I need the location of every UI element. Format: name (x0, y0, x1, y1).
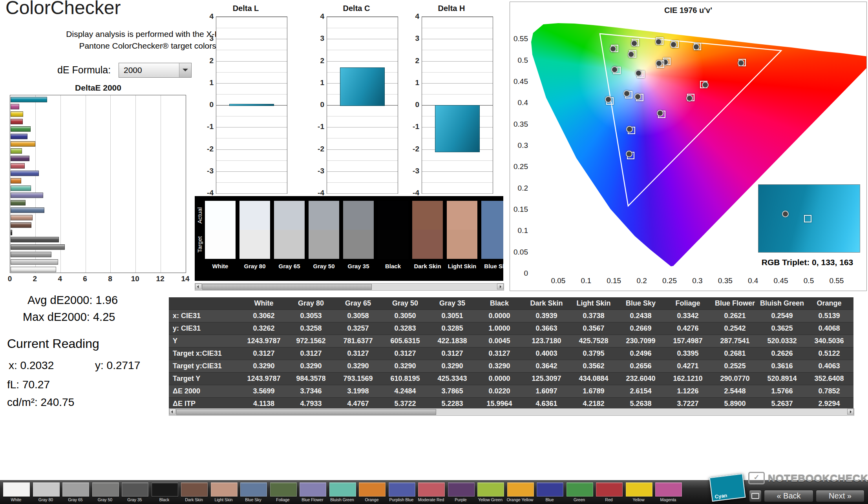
swatch-column-gray-50: Gray 50 (309, 201, 339, 269)
toolbar-patch-label: Orange (355, 497, 389, 502)
column-header: Black (476, 299, 523, 307)
table-cell: 5.2638 (617, 400, 664, 408)
toolbar-patch-white[interactable] (3, 482, 30, 497)
table-cell: 1.5766 (758, 387, 806, 395)
swatch-column-white: White (205, 201, 236, 269)
next-button[interactable]: Next » (816, 490, 864, 502)
axis-tick-label: 3 (408, 34, 419, 43)
table-cell: 3.7865 (429, 387, 476, 395)
column-header: Blue Flower (711, 299, 758, 307)
table-cell: 1.6097 (523, 387, 570, 395)
axis-tick-label: 0.25 (511, 162, 528, 171)
axis-tick-label: 3 (312, 34, 324, 43)
toolbar-patch-label: Dark Skin (177, 497, 211, 502)
grid-line (216, 39, 287, 39)
table-cell: 0.0000 (476, 312, 523, 320)
delta-e-bar-purplish-blue (11, 171, 39, 176)
toolbar-patch-magenta[interactable] (655, 482, 682, 497)
toolbar-patch-light-skin[interactable] (211, 482, 238, 497)
cie-zoom-inset (758, 184, 860, 253)
table-cell: 5.2637 (758, 400, 806, 408)
toolbar-patch-orange[interactable] (359, 482, 386, 497)
table-cell: 0.2669 (617, 324, 664, 333)
toolbar-patch-green[interactable] (566, 482, 593, 497)
table-cell: 2.5448 (711, 387, 758, 395)
swatch-scrollbar-thumb[interactable] (202, 284, 372, 290)
toolbar-patch-orange-yellow[interactable] (507, 482, 534, 497)
toolbar-patch-gray-65[interactable] (62, 482, 89, 497)
toolbar-patch-yellow[interactable] (626, 482, 652, 497)
table-cell: 0.7852 (806, 387, 853, 395)
table-cell: 1243.9787 (240, 375, 287, 383)
avg-de2000-stat: Avg dE2000: 1.96 (27, 294, 118, 307)
toolbar-patch-purplish-blue[interactable] (389, 482, 415, 497)
grid-line (327, 50, 398, 50)
screenshot-button[interactable] (749, 490, 762, 502)
toolbar-patch-moderate-red[interactable] (418, 482, 445, 497)
toolbar-patch-cyan[interactable]: Cyan (709, 473, 746, 502)
delta-e-bar-gray-50 (11, 244, 65, 250)
toolbar-patch-blue-sky[interactable] (240, 482, 267, 497)
cie-measured-marker-magenta (686, 95, 693, 102)
toolbar-patch-foliage[interactable] (270, 482, 297, 497)
colorchecker-page: ColorChecker Display analysis is perform… (0, 0, 868, 504)
table-cell: 0.4003 (523, 349, 570, 358)
table-cell: 0.4068 (806, 324, 853, 333)
table-scrollbar-thumb[interactable] (176, 409, 436, 415)
swatch-actual (239, 201, 270, 230)
axis-tick-label: -3 (202, 167, 214, 175)
toolbar-patch-gray-50[interactable] (92, 482, 119, 497)
laptop-check-icon: ✓ (748, 472, 765, 484)
toolbar-patch-gray-80[interactable] (33, 482, 60, 497)
de-formula-dropdown[interactable]: 2000 (119, 63, 192, 78)
row-label: Y (169, 337, 240, 345)
axis-tick-label: -3 (312, 167, 324, 175)
toolbar-patch-yellow-green[interactable] (477, 482, 504, 497)
table-row: Y1243.9787972.1562781.6377605.6315422.18… (169, 335, 853, 348)
scroll-right-arrow-icon[interactable] (847, 409, 854, 415)
toolbar-patch-label: Purple (444, 497, 478, 502)
row-label: ΔE 2000 (169, 387, 240, 395)
toolbar-patch-black[interactable] (152, 482, 178, 497)
table-cell: 0.3567 (570, 324, 617, 333)
table-scrollbar[interactable] (169, 408, 854, 416)
toolbar-patch-red[interactable] (596, 482, 623, 497)
axis-tick-label: 4 (312, 12, 324, 21)
axis-tick-label: 0.2 (511, 184, 528, 193)
table-cell: 0.3625 (758, 324, 806, 333)
back-button[interactable]: « Back (764, 490, 813, 502)
table-header-row: WhiteGray 80Gray 65Gray 50Gray 35BlackDa… (169, 297, 853, 310)
toolbar-patch-dark-skin[interactable] (181, 482, 208, 497)
axis-tick-label: 2 (202, 56, 214, 65)
scroll-left-arrow-icon[interactable] (195, 284, 202, 289)
grid-line (216, 61, 287, 62)
results-table: WhiteGray 80Gray 65Gray 50Gray 35BlackDa… (169, 297, 853, 410)
table-cell: 1.1226 (664, 387, 711, 395)
scroll-right-arrow-icon[interactable] (497, 284, 504, 289)
toolbar-patch-blue-flower[interactable] (300, 482, 326, 497)
table-cell: 3.5699 (240, 387, 287, 395)
toolbar-patch-bluish-green[interactable] (329, 482, 356, 497)
table-cell: 520.8914 (758, 375, 806, 383)
swatch-actual (205, 201, 236, 230)
page-title: ColorChecker (5, 0, 121, 18)
grid-line (216, 83, 287, 84)
table-cell: 0.4063 (806, 362, 853, 370)
swatch-label: Gray 65 (274, 263, 305, 269)
row-label: ΔE ITP (169, 400, 240, 408)
table-row: y: CIE310.32620.32580.32570.32830.32851.… (169, 322, 853, 335)
grid-line (422, 28, 493, 28)
swatch-scrollbar[interactable] (195, 283, 504, 291)
toolbar-patch-blue[interactable] (537, 482, 563, 497)
toolbar-patch-purple[interactable] (448, 482, 475, 497)
axis-tick-label: 0.3 (511, 141, 528, 150)
grid-line (216, 182, 287, 183)
axis-tick-label: 0.05 (551, 277, 565, 285)
table-cell: 0.2549 (758, 312, 806, 320)
grid-line (327, 171, 398, 172)
reading-cd-value: cd/m²: 240.75 (7, 396, 74, 409)
axis-tick-label: 2 (312, 56, 324, 65)
toolbar-patch-gray-35[interactable] (122, 482, 148, 497)
table-row: ΔE 20003.56993.73463.19984.24843.78650.0… (169, 385, 853, 398)
scroll-left-arrow-icon[interactable] (169, 409, 176, 415)
